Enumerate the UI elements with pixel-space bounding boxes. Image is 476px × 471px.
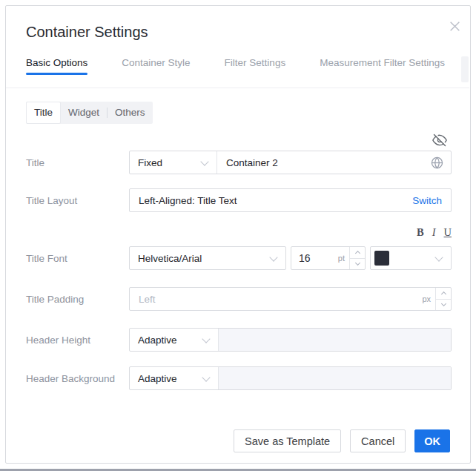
chevron-down-icon xyxy=(434,253,443,261)
font-size-unit: pt xyxy=(338,254,345,263)
header-background-mode-select[interactable]: Adaptive xyxy=(130,367,219,389)
title-layout-value: Left-Aligned: Title Text xyxy=(130,195,237,206)
tab-container-style[interactable]: Container Style xyxy=(122,57,190,75)
title-font-row: Title Font Helvetica/Arial pt xyxy=(26,246,452,270)
subtab-widget[interactable]: Widget xyxy=(61,102,107,124)
font-color-select[interactable] xyxy=(370,246,452,270)
header-background-combo: Adaptive xyxy=(129,366,452,390)
header-height-control: Adaptive xyxy=(129,328,452,352)
bold-button[interactable]: B xyxy=(417,226,424,239)
tab-measurement-filter-settings[interactable]: Measurement Filter Settings xyxy=(320,57,445,75)
font-size-box: pt xyxy=(291,246,366,270)
title-padding-control: px xyxy=(129,287,452,311)
subtab-title[interactable]: Title xyxy=(26,102,61,124)
container-settings-dialog: Container Settings Basic Options Contain… xyxy=(5,5,471,464)
ok-button[interactable]: OK xyxy=(414,429,450,452)
subtab-others[interactable]: Others xyxy=(108,102,153,124)
title-padding-stepper xyxy=(435,288,451,310)
caret-up-icon xyxy=(440,292,446,297)
step-up-button[interactable] xyxy=(436,288,451,300)
header-height-combo: Adaptive xyxy=(129,328,452,352)
step-down-button[interactable] xyxy=(350,259,365,270)
title-font-label: Title Font xyxy=(26,246,67,270)
step-up-button[interactable] xyxy=(350,247,365,259)
step-down-button[interactable] xyxy=(436,300,451,311)
eye-off-icon xyxy=(432,133,447,148)
header-background-label: Header Background xyxy=(26,366,115,390)
title-padding-input[interactable] xyxy=(130,288,422,310)
title-layout-control: Left-Aligned: Title Text Switch xyxy=(129,188,452,212)
title-padding-unit: px xyxy=(422,294,431,303)
hide-title-toggle[interactable] xyxy=(432,133,447,148)
font-size-stepper xyxy=(349,247,365,269)
underline-button[interactable]: U xyxy=(444,226,452,239)
font-size-input[interactable] xyxy=(291,252,323,264)
title-layout-switch-link[interactable]: Switch xyxy=(412,195,442,206)
dialog-title: Container Settings xyxy=(26,24,148,41)
dialog-footer: Save as Template Cancel OK xyxy=(234,429,450,452)
title-padding-label: Title Padding xyxy=(26,287,84,311)
cancel-button[interactable]: Cancel xyxy=(350,429,406,452)
header-background-value-input xyxy=(219,367,451,389)
font-family-select[interactable]: Helvetica/Arial xyxy=(129,246,286,270)
tab-basic-options[interactable]: Basic Options xyxy=(26,57,87,75)
tabs-overflow-indicator xyxy=(461,56,469,82)
header-height-value-input xyxy=(219,329,451,351)
chevron-down-icon xyxy=(202,373,210,381)
caret-down-icon xyxy=(354,260,360,266)
title-padding-row: Title Padding px xyxy=(26,287,452,311)
italic-button[interactable]: I xyxy=(432,226,436,239)
title-row: Title Fixed xyxy=(26,151,452,174)
title-source-select[interactable]: Fixed xyxy=(130,151,217,174)
font-family-value: Helvetica/Arial xyxy=(130,253,202,264)
title-control: Fixed xyxy=(129,151,452,174)
tabs-bar: Basic Options Container Style Filter Set… xyxy=(6,53,469,88)
title-layout-label: Title Layout xyxy=(26,188,77,212)
save-as-template-button[interactable]: Save as Template xyxy=(234,429,341,452)
header-height-mode-value: Adaptive xyxy=(138,335,177,346)
title-source-value: Fixed xyxy=(138,157,162,168)
chevron-down-icon xyxy=(269,253,277,261)
close-icon[interactable] xyxy=(446,18,463,34)
title-label: Title xyxy=(26,151,44,174)
title-layout-box: Left-Aligned: Title Text Switch xyxy=(129,188,452,212)
globe-icon[interactable] xyxy=(431,157,443,169)
title-layout-row: Title Layout Left-Aligned: Title Text Sw… xyxy=(26,188,452,212)
caret-down-icon xyxy=(440,301,446,306)
header-height-mode-select[interactable]: Adaptive xyxy=(130,329,219,351)
title-text-input[interactable] xyxy=(217,151,431,174)
font-color-swatch xyxy=(374,251,389,266)
chevron-down-icon xyxy=(202,335,210,343)
subtabs-segmented-control: Title Widget Others xyxy=(26,102,153,124)
caret-up-icon xyxy=(354,251,360,256)
chevron-down-icon xyxy=(200,157,208,165)
header-height-label: Header Height xyxy=(26,328,90,352)
header-background-mode-value: Adaptive xyxy=(138,373,177,384)
title-combo: Fixed xyxy=(129,151,452,174)
title-padding-box: px xyxy=(129,287,452,311)
header-background-control: Adaptive xyxy=(129,366,452,390)
text-format-toolbar: B I U xyxy=(26,226,452,239)
header-height-row: Header Height Adaptive xyxy=(26,328,452,352)
tab-filter-settings[interactable]: Filter Settings xyxy=(225,57,286,75)
close-x-glyph xyxy=(449,20,461,33)
header-background-row: Header Background Adaptive xyxy=(26,366,452,390)
title-font-control: Helvetica/Arial pt xyxy=(129,246,452,270)
